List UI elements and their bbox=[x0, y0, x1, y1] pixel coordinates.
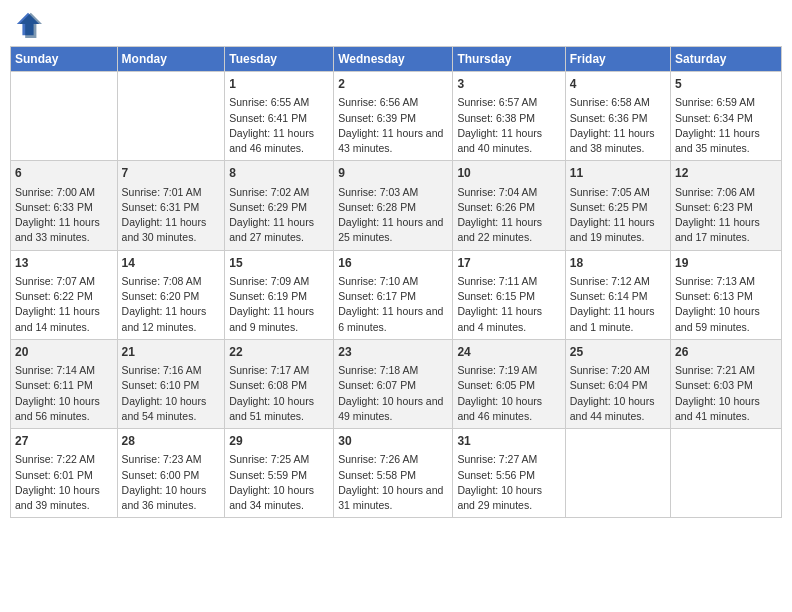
calendar-cell: 5Sunrise: 6:59 AMSunset: 6:34 PMDaylight… bbox=[671, 72, 782, 161]
day-info-line: Sunrise: 7:18 AM bbox=[338, 363, 448, 378]
weekday-header-cell: Thursday bbox=[453, 47, 565, 72]
calendar-cell: 21Sunrise: 7:16 AMSunset: 6:10 PMDayligh… bbox=[117, 339, 225, 428]
calendar-week-row: 6Sunrise: 7:00 AMSunset: 6:33 PMDaylight… bbox=[11, 161, 782, 250]
day-info-line: Sunset: 6:33 PM bbox=[15, 200, 113, 215]
day-info-line: Sunrise: 7:13 AM bbox=[675, 274, 777, 289]
calendar-cell bbox=[11, 72, 118, 161]
logo bbox=[14, 10, 46, 38]
calendar-cell: 24Sunrise: 7:19 AMSunset: 6:05 PMDayligh… bbox=[453, 339, 565, 428]
day-info-line: Sunrise: 7:00 AM bbox=[15, 185, 113, 200]
day-info-line: Daylight: 10 hours and 44 minutes. bbox=[570, 394, 666, 424]
calendar-cell: 14Sunrise: 7:08 AMSunset: 6:20 PMDayligh… bbox=[117, 250, 225, 339]
day-info-line: Sunrise: 7:01 AM bbox=[122, 185, 221, 200]
day-info-line: Sunset: 6:13 PM bbox=[675, 289, 777, 304]
calendar-cell: 19Sunrise: 7:13 AMSunset: 6:13 PMDayligh… bbox=[671, 250, 782, 339]
day-info-line: Daylight: 11 hours and 40 minutes. bbox=[457, 126, 560, 156]
calendar-cell: 25Sunrise: 7:20 AMSunset: 6:04 PMDayligh… bbox=[565, 339, 670, 428]
day-info-line: Sunrise: 7:19 AM bbox=[457, 363, 560, 378]
calendar-cell: 31Sunrise: 7:27 AMSunset: 5:56 PMDayligh… bbox=[453, 429, 565, 518]
day-info-line: Daylight: 10 hours and 49 minutes. bbox=[338, 394, 448, 424]
day-info-line: Sunset: 6:31 PM bbox=[122, 200, 221, 215]
calendar-cell: 1Sunrise: 6:55 AMSunset: 6:41 PMDaylight… bbox=[225, 72, 334, 161]
day-info-line: Daylight: 10 hours and 51 minutes. bbox=[229, 394, 329, 424]
weekday-header-row: SundayMondayTuesdayWednesdayThursdayFrid… bbox=[11, 47, 782, 72]
day-info-line: Sunset: 6:01 PM bbox=[15, 468, 113, 483]
day-info-line: Daylight: 11 hours and 14 minutes. bbox=[15, 304, 113, 334]
day-info-line: Sunset: 6:03 PM bbox=[675, 378, 777, 393]
day-info-line: Daylight: 10 hours and 54 minutes. bbox=[122, 394, 221, 424]
day-number: 28 bbox=[122, 433, 221, 450]
day-info-line: Sunset: 6:26 PM bbox=[457, 200, 560, 215]
day-info-line: Daylight: 11 hours and 9 minutes. bbox=[229, 304, 329, 334]
logo-icon bbox=[14, 10, 42, 38]
calendar-cell: 11Sunrise: 7:05 AMSunset: 6:25 PMDayligh… bbox=[565, 161, 670, 250]
day-number: 30 bbox=[338, 433, 448, 450]
calendar-table: SundayMondayTuesdayWednesdayThursdayFrid… bbox=[10, 46, 782, 518]
day-info-line: Sunrise: 6:57 AM bbox=[457, 95, 560, 110]
calendar-cell: 3Sunrise: 6:57 AMSunset: 6:38 PMDaylight… bbox=[453, 72, 565, 161]
day-info-line: Sunset: 6:08 PM bbox=[229, 378, 329, 393]
day-number: 14 bbox=[122, 255, 221, 272]
day-info-line: Sunrise: 7:25 AM bbox=[229, 452, 329, 467]
day-info-line: Sunset: 6:25 PM bbox=[570, 200, 666, 215]
day-info-line: Sunrise: 6:58 AM bbox=[570, 95, 666, 110]
day-info-line: Sunset: 6:38 PM bbox=[457, 111, 560, 126]
day-info-line: Sunrise: 6:55 AM bbox=[229, 95, 329, 110]
day-info-line: Daylight: 11 hours and 1 minute. bbox=[570, 304, 666, 334]
calendar-cell: 18Sunrise: 7:12 AMSunset: 6:14 PMDayligh… bbox=[565, 250, 670, 339]
calendar-cell: 6Sunrise: 7:00 AMSunset: 6:33 PMDaylight… bbox=[11, 161, 118, 250]
day-info-line: Sunrise: 7:02 AM bbox=[229, 185, 329, 200]
day-info-line: Sunrise: 6:56 AM bbox=[338, 95, 448, 110]
calendar-cell: 16Sunrise: 7:10 AMSunset: 6:17 PMDayligh… bbox=[334, 250, 453, 339]
day-info-line: Sunrise: 7:03 AM bbox=[338, 185, 448, 200]
day-number: 31 bbox=[457, 433, 560, 450]
calendar-cell: 17Sunrise: 7:11 AMSunset: 6:15 PMDayligh… bbox=[453, 250, 565, 339]
day-info-line: Sunrise: 7:20 AM bbox=[570, 363, 666, 378]
day-info-line: Daylight: 11 hours and 35 minutes. bbox=[675, 126, 777, 156]
day-info-line: Sunset: 6:28 PM bbox=[338, 200, 448, 215]
page-header bbox=[10, 10, 782, 38]
calendar-cell: 12Sunrise: 7:06 AMSunset: 6:23 PMDayligh… bbox=[671, 161, 782, 250]
day-info-line: Sunrise: 7:05 AM bbox=[570, 185, 666, 200]
day-info-line: Daylight: 10 hours and 31 minutes. bbox=[338, 483, 448, 513]
day-info-line: Sunset: 6:17 PM bbox=[338, 289, 448, 304]
weekday-header-cell: Tuesday bbox=[225, 47, 334, 72]
day-info-line: Daylight: 11 hours and 43 minutes. bbox=[338, 126, 448, 156]
day-info-line: Sunset: 6:36 PM bbox=[570, 111, 666, 126]
day-info-line: Sunrise: 7:23 AM bbox=[122, 452, 221, 467]
day-info-line: Sunrise: 7:10 AM bbox=[338, 274, 448, 289]
day-info-line: Daylight: 11 hours and 30 minutes. bbox=[122, 215, 221, 245]
day-info-line: Sunset: 6:23 PM bbox=[675, 200, 777, 215]
day-info-line: Daylight: 11 hours and 17 minutes. bbox=[675, 215, 777, 245]
day-info-line: Sunset: 6:39 PM bbox=[338, 111, 448, 126]
day-info-line: Sunset: 6:19 PM bbox=[229, 289, 329, 304]
calendar-cell: 30Sunrise: 7:26 AMSunset: 5:58 PMDayligh… bbox=[334, 429, 453, 518]
day-info-line: Sunset: 6:29 PM bbox=[229, 200, 329, 215]
calendar-cell: 20Sunrise: 7:14 AMSunset: 6:11 PMDayligh… bbox=[11, 339, 118, 428]
calendar-cell bbox=[565, 429, 670, 518]
calendar-body: 1Sunrise: 6:55 AMSunset: 6:41 PMDaylight… bbox=[11, 72, 782, 518]
day-info-line: Daylight: 11 hours and 25 minutes. bbox=[338, 215, 448, 245]
day-info-line: Sunset: 5:56 PM bbox=[457, 468, 560, 483]
day-info-line: Sunrise: 7:08 AM bbox=[122, 274, 221, 289]
weekday-header-cell: Friday bbox=[565, 47, 670, 72]
day-info-line: Sunset: 6:41 PM bbox=[229, 111, 329, 126]
day-info-line: Daylight: 11 hours and 38 minutes. bbox=[570, 126, 666, 156]
day-info-line: Daylight: 10 hours and 41 minutes. bbox=[675, 394, 777, 424]
calendar-cell: 13Sunrise: 7:07 AMSunset: 6:22 PMDayligh… bbox=[11, 250, 118, 339]
weekday-header-cell: Saturday bbox=[671, 47, 782, 72]
day-number: 13 bbox=[15, 255, 113, 272]
day-number: 9 bbox=[338, 165, 448, 182]
calendar-cell bbox=[671, 429, 782, 518]
day-number: 11 bbox=[570, 165, 666, 182]
day-info-line: Daylight: 11 hours and 46 minutes. bbox=[229, 126, 329, 156]
day-number: 18 bbox=[570, 255, 666, 272]
day-info-line: Sunrise: 7:26 AM bbox=[338, 452, 448, 467]
day-info-line: Daylight: 10 hours and 29 minutes. bbox=[457, 483, 560, 513]
calendar-cell bbox=[117, 72, 225, 161]
calendar-week-row: 1Sunrise: 6:55 AMSunset: 6:41 PMDaylight… bbox=[11, 72, 782, 161]
day-number: 25 bbox=[570, 344, 666, 361]
day-info-line: Daylight: 10 hours and 34 minutes. bbox=[229, 483, 329, 513]
weekday-header-cell: Sunday bbox=[11, 47, 118, 72]
weekday-header-cell: Wednesday bbox=[334, 47, 453, 72]
